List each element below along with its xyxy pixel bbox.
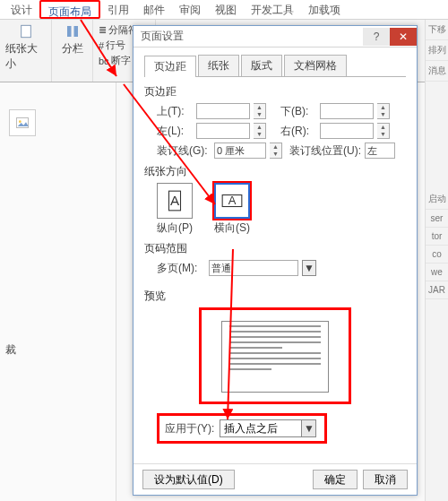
portrait-box: A: [157, 183, 193, 219]
label-top: 上(T):: [157, 104, 193, 119]
btn-paper-size[interactable]: 纸张大小: [5, 23, 46, 72]
label-left: 左(L):: [157, 124, 193, 139]
btn-cancel[interactable]: 取消: [363, 470, 408, 489]
tab-review[interactable]: 审阅: [172, 0, 208, 19]
svg-rect-0: [21, 25, 30, 38]
label-gutter-pos: 装订线位置(U):: [289, 143, 361, 159]
svg-text:A: A: [170, 193, 180, 208]
page-icon: [18, 23, 34, 39]
select-multi[interactable]: 普通: [209, 260, 298, 276]
btn-ok[interactable]: 确定: [313, 470, 358, 489]
input-top[interactable]: [196, 103, 250, 119]
rs-we: we: [426, 263, 448, 281]
dialog-title: 页面设置: [141, 29, 184, 44]
spin-top[interactable]: ▲▼: [254, 103, 266, 119]
rs-shift[interactable]: 下移: [426, 20, 448, 40]
orient-portrait[interactable]: A 纵向(P): [157, 183, 193, 236]
dialog-footer: 设为默认值(D) 确定 取消: [134, 463, 417, 495]
tab-devtools[interactable]: 开发工具: [244, 0, 301, 19]
rs-arrange[interactable]: 排列: [426, 40, 448, 61]
rs-tor: tor: [426, 228, 448, 246]
svg-text:A: A: [228, 194, 237, 207]
tab-design[interactable]: 设计: [4, 0, 39, 19]
tab-layout[interactable]: 版式: [241, 55, 282, 76]
preview-highlight: [199, 307, 351, 404]
svg-point-4: [19, 120, 22, 123]
preview-box: [221, 321, 329, 393]
tab-addins[interactable]: 加载项: [301, 0, 348, 19]
rs-start[interactable]: 启动: [426, 189, 448, 210]
section-orient-title: 纸张方向: [144, 164, 406, 179]
spin-bottom[interactable]: ▲▼: [377, 103, 390, 119]
orient-landscape[interactable]: A 横向(S): [214, 183, 250, 236]
label-multi: 多页(M):: [157, 261, 205, 276]
rs-jar: JAR: [426, 281, 448, 299]
apply-input[interactable]: [220, 420, 301, 436]
group-page-setup: 纸张大小: [0, 20, 52, 82]
rs-message[interactable]: 消息: [426, 61, 448, 82]
left-pane: 裁: [0, 82, 116, 501]
linenum-icon: #: [99, 40, 104, 51]
spin-left[interactable]: ▲▼: [254, 123, 266, 139]
tab-paper[interactable]: 纸张: [198, 55, 239, 76]
dialog-tabs: 页边距 纸张 版式 文档网格: [144, 55, 406, 77]
columns-icon: [65, 23, 81, 39]
btn-columns[interactable]: 分栏: [62, 23, 83, 56]
tab-references[interactable]: 引用: [100, 0, 136, 19]
svg-rect-1: [67, 26, 72, 37]
svg-rect-2: [73, 26, 78, 37]
input-left[interactable]: [196, 123, 250, 139]
select-apply[interactable]: ▼: [220, 419, 316, 437]
spin-gutter[interactable]: ▲▼: [270, 143, 282, 159]
rs-co: co: [426, 246, 448, 263]
break-icon: ≣: [99, 24, 107, 36]
dialog-help-button[interactable]: ?: [363, 28, 390, 46]
rs-ser: ser: [426, 210, 448, 228]
columns-label: 分栏: [62, 41, 83, 56]
linenum-label: 行号: [106, 39, 125, 52]
landscape-icon: A: [220, 189, 244, 212]
dialog-body: 页边距 纸张 版式 文档网格 页边距 上(T): ▲▼ 下(B): ▲▼ 左(L…: [134, 48, 417, 463]
label-right: 右(R):: [280, 124, 316, 139]
tab-mailings[interactable]: 邮件: [136, 0, 172, 19]
ribbon-tabs: 设计 页面布局 引用 邮件 审阅 视图 开发工具 加载项: [0, 0, 448, 20]
label-bottom: 下(B):: [280, 104, 316, 119]
tab-view[interactable]: 视图: [208, 0, 244, 19]
select-gutter-pos[interactable]: 左: [365, 143, 395, 159]
thumbnail-box[interactable]: [9, 109, 36, 136]
dialog-titlebar: 页面设置 ? ✕: [134, 26, 417, 48]
landscape-box: A: [214, 183, 250, 219]
landscape-label: 横向(S): [214, 220, 250, 236]
tab-page-layout[interactable]: 页面布局: [39, 0, 100, 19]
paper-size-label: 纸张大小: [5, 41, 46, 72]
crop-label: 裁: [5, 342, 16, 358]
tab-grid[interactable]: 文档网格: [284, 55, 347, 76]
picture-icon: [15, 116, 30, 130]
spin-right[interactable]: ▲▼: [377, 123, 390, 139]
input-right[interactable]: [320, 123, 374, 139]
group-columns: 分栏: [52, 20, 93, 82]
right-strip: 下移 排列 消息 启动 ser tor co we JAR: [425, 20, 448, 501]
input-bottom[interactable]: [320, 103, 374, 119]
hyphen-icon: bc: [99, 56, 109, 66]
hyphen-label: 断字: [111, 54, 131, 67]
label-apply: 应用于(Y):: [165, 421, 214, 436]
apply-dropdown-icon[interactable]: ▼: [301, 420, 315, 436]
portrait-label: 纵向(P): [157, 220, 193, 236]
page-setup-dialog: 页面设置 ? ✕ 页边距 纸张 版式 文档网格 页边距 上(T): ▲▼ 下(B…: [133, 25, 418, 496]
section-margins-title: 页边距: [144, 84, 406, 99]
input-gutter[interactable]: 0 厘米: [214, 143, 266, 159]
label-gutter: 装订线(G):: [157, 143, 211, 159]
btn-set-default[interactable]: 设为默认值(D): [142, 470, 235, 489]
dialog-close-button[interactable]: ✕: [390, 28, 417, 46]
tab-margins[interactable]: 页边距: [144, 56, 196, 77]
chevron-down-icon[interactable]: ▼: [302, 260, 316, 276]
apply-row: 应用于(Y): ▼: [157, 413, 327, 444]
portrait-icon: A: [163, 189, 186, 212]
section-preview-title: 预览: [144, 289, 406, 304]
section-pages-title: 页码范围: [144, 241, 406, 256]
